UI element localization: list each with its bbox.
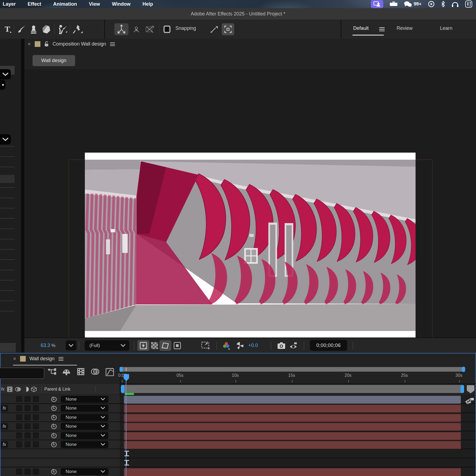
- transparency-grid-button[interactable]: [151, 338, 158, 353]
- menu-effect[interactable]: Effect: [28, 1, 41, 7]
- layer-row[interactable]: fxNone: [1, 440, 475, 449]
- layer-switch-toggle[interactable]: [24, 441, 31, 448]
- eraser-tool[interactable]: [41, 23, 52, 35]
- parent-link-dropdown[interactable]: None: [61, 405, 108, 412]
- graph-editor-icon[interactable]: [105, 368, 114, 376]
- menu-view[interactable]: View: [89, 1, 100, 7]
- exposure-value[interactable]: +0.0: [248, 338, 258, 353]
- timeline-search-input[interactable]: [0, 368, 44, 379]
- timeline-tab[interactable]: × Wall design: [13, 356, 64, 362]
- workspace-tab-review[interactable]: Review: [397, 25, 413, 31]
- layer-switch-toggle[interactable]: [24, 423, 31, 429]
- frame-blending-icon[interactable]: [77, 368, 85, 376]
- play-circle-icon[interactable]: [428, 1, 435, 7]
- panel-menu-icon[interactable]: [58, 357, 64, 361]
- parent-link-header[interactable]: Parent & Link: [44, 387, 70, 392]
- magnification-value[interactable]: 63.3 %: [41, 338, 56, 353]
- layer-track[interactable]: [120, 440, 475, 449]
- layer-switch-toggle[interactable]: [24, 432, 31, 439]
- layer-row[interactable]: None: [1, 413, 475, 422]
- menu-animation[interactable]: Animation: [53, 1, 77, 7]
- roto-brush-tool[interactable]: [56, 23, 69, 35]
- puppet-pin-tool[interactable]: [71, 23, 84, 35]
- layer-track[interactable]: [120, 404, 475, 412]
- snapping-label[interactable]: Snapping: [175, 25, 196, 31]
- layer-row[interactable]: None: [1, 467, 475, 476]
- screen-share-icon[interactable]: [371, 0, 383, 8]
- snapping-checkbox[interactable]: [162, 23, 172, 35]
- current-time-indicator-head[interactable]: [123, 374, 130, 382]
- layer-switch-toggle[interactable]: [16, 405, 22, 411]
- pick-whip-icon[interactable]: [51, 441, 57, 449]
- layer-track[interactable]: [120, 458, 475, 467]
- clone-stamp-tool[interactable]: [28, 23, 39, 35]
- layer-switch-toggle[interactable]: [16, 432, 22, 439]
- left-panel-swatch-button[interactable]: [0, 80, 5, 90]
- fx-badge[interactable]: fx: [1, 441, 8, 448]
- close-icon[interactable]: ×: [28, 41, 31, 47]
- layer-row[interactable]: None: [1, 395, 475, 404]
- timeline-tab-label[interactable]: Wall design: [30, 356, 54, 362]
- menu-window[interactable]: Window: [112, 1, 131, 7]
- guides-rulers-button[interactable]: [201, 338, 210, 353]
- parent-link-dropdown[interactable]: None: [61, 396, 108, 403]
- parent-link-dropdown[interactable]: None: [61, 414, 108, 421]
- layer-switch-toggle[interactable]: [16, 468, 22, 475]
- pick-whip-icon[interactable]: [51, 432, 57, 440]
- pick-whip-icon[interactable]: [51, 405, 57, 413]
- magnification-dropdown-button[interactable]: [66, 340, 76, 350]
- frame-blend-column-icon[interactable]: [7, 386, 13, 392]
- timeline-comp-swatch[interactable]: [20, 356, 26, 362]
- workspace-menu-icon[interactable]: [377, 24, 387, 35]
- pick-whip-icon[interactable]: [51, 396, 57, 404]
- layer-row[interactable]: fxNone: [1, 404, 475, 413]
- close-icon[interactable]: ×: [13, 356, 16, 362]
- layer-track[interactable]: [120, 467, 475, 476]
- comp-name-chip[interactable]: Wall design: [33, 55, 75, 66]
- layer-row[interactable]: None: [1, 431, 475, 440]
- pick-whip-icon[interactable]: [51, 468, 57, 476]
- parent-link-dropdown[interactable]: None: [61, 468, 108, 475]
- layer-track[interactable]: [120, 449, 475, 458]
- layer-switch-toggle[interactable]: [24, 405, 31, 411]
- world-axis-mode-button[interactable]: [131, 23, 142, 35]
- menu-help[interactable]: Help: [143, 1, 153, 7]
- adjustment-layer-column-icon[interactable]: [23, 386, 29, 392]
- time-navigator-bar[interactable]: [120, 367, 465, 372]
- panel-menu-icon[interactable]: [110, 42, 115, 46]
- layer-switch-toggle[interactable]: [33, 432, 39, 439]
- layer-track[interactable]: [120, 413, 475, 422]
- input-method-pinyin-icon[interactable]: [465, 1, 472, 8]
- navigator-start-handle[interactable]: [120, 367, 123, 372]
- layer-switch-toggle[interactable]: [33, 396, 39, 402]
- type-tool[interactable]: T: [2, 23, 13, 35]
- channel-rgb-button[interactable]: [223, 338, 230, 353]
- layer-track[interactable]: [120, 431, 475, 440]
- pick-whip-icon[interactable]: [51, 414, 57, 422]
- fx-column-icon[interactable]: fx: [1, 387, 4, 392]
- headphones-icon[interactable]: [452, 1, 459, 7]
- layer-switch-toggle[interactable]: [24, 396, 31, 402]
- wechat-icon[interactable]: 99+: [404, 1, 422, 7]
- layer-switch-toggle[interactable]: [16, 423, 22, 429]
- layer-track[interactable]: [120, 422, 475, 430]
- shy-layers-icon[interactable]: [62, 368, 71, 376]
- parent-link-dropdown[interactable]: None: [61, 423, 108, 430]
- work-area-end-handle[interactable]: [461, 385, 464, 393]
- view-axis-mode-button[interactable]: [144, 23, 156, 35]
- bluetooth-icon[interactable]: [441, 1, 445, 7]
- take-snapshot-button[interactable]: [277, 338, 285, 353]
- layer-row[interactable]: [1, 449, 475, 458]
- layer-switch-toggle[interactable]: [16, 441, 22, 448]
- layer-switch-toggle[interactable]: [33, 468, 39, 475]
- layer-switch-toggle[interactable]: [33, 441, 39, 448]
- brush-tool[interactable]: [16, 23, 27, 35]
- fast-previews-button[interactable]: [137, 340, 149, 351]
- workspace-tab-default[interactable]: Default: [353, 25, 369, 31]
- layer-switch-toggle[interactable]: [16, 414, 22, 420]
- motion-blur-icon[interactable]: [91, 368, 99, 376]
- layer-duration-bar[interactable]: [124, 414, 461, 422]
- layer-in-point-ibeam[interactable]: [124, 460, 129, 465]
- motion-blur-column-icon[interactable]: [15, 386, 22, 392]
- pick-whip-icon[interactable]: [51, 423, 57, 431]
